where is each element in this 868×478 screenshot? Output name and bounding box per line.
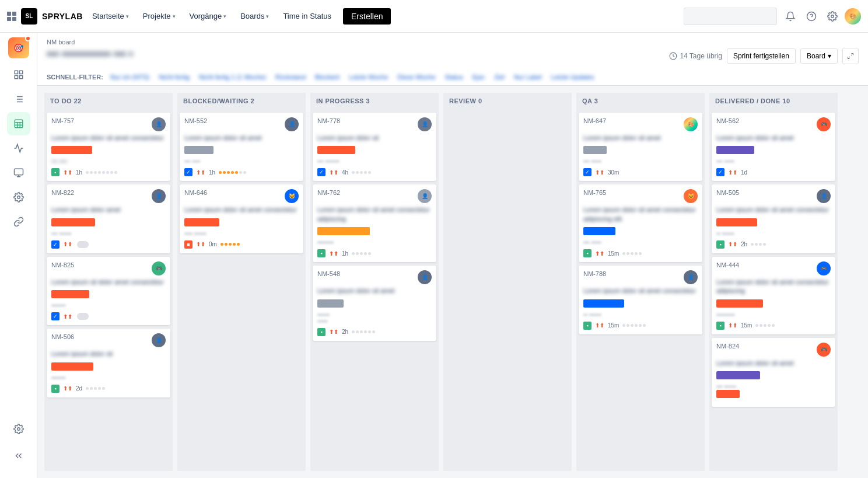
sidebar-item-collapse[interactable] (7, 444, 30, 467)
card-toggle[interactable] (77, 241, 89, 248)
filter-chip-8[interactable]: Epic (470, 72, 487, 82)
card-nm825[interactable]: NM-825 🎮 Lorem ipsum sit dolor amet cons… (47, 257, 170, 325)
nav-projekte[interactable]: Projekte ▾ (138, 8, 180, 24)
avatar: 🎮 (817, 117, 831, 131)
card-nm822[interactable]: NM-822 👤 Lorem ipsum dolor amet ••• ••••… (47, 184, 170, 253)
card-footer: ✓ ⬆⬆ 1h (184, 168, 299, 176)
card-id: NM-505 (716, 189, 739, 196)
sidebar-item-deploy[interactable] (7, 137, 30, 160)
check-icon: ✓ (583, 168, 592, 176)
chevron-down-icon: ▾ (173, 13, 176, 19)
logo-mark[interactable]: SL (21, 8, 37, 25)
card-tag (51, 218, 95, 226)
card-nm562[interactable]: NM-562 🎮 Lorem ipsum dolor sit amet ••• … (712, 113, 835, 181)
column-header-blocked: BLOCKED/WAITING 2 (177, 93, 306, 110)
card-nm788[interactable]: NM-788 👤 Lorem ipsum dolor sit amet cons… (579, 266, 702, 334)
expand-button[interactable] (842, 48, 859, 64)
card-nm824[interactable]: NM-824 🎮 Lorem ipsum dolor sit amet ••• … (712, 338, 835, 407)
nav-boards[interactable]: Boards ▾ (236, 8, 274, 24)
sidebar-item-monitor[interactable] (7, 161, 30, 184)
filter-chip-10[interactable]: Nur Label (512, 72, 544, 82)
card-footer: ■ ⬆⬆ 0m (184, 240, 299, 249)
card-nm646[interactable]: NM-646 🐱 Lorem ipsum dolor sit amet cons… (180, 184, 303, 253)
search-input[interactable] (684, 8, 777, 25)
card-nm762[interactable]: NM-762 👤 Lorem ipsum dolor sit amet cons… (313, 184, 436, 262)
filter-chip-11[interactable]: Letzte Updates (549, 72, 597, 82)
nav-vorgaenge[interactable]: Vorgänge ▾ (185, 8, 232, 24)
board-columns: TO DO 22 NM-757 👤 Lorem ipsum dolor sit … (37, 86, 868, 478)
card-tag (51, 362, 93, 371)
card-nm765[interactable]: NM-765 🐱 Lorem ipsum dolor sit amet cons… (579, 184, 702, 262)
filter-chip-9[interactable]: Ziel (492, 72, 507, 82)
filter-chip-3[interactable]: Rückstand (273, 72, 308, 82)
card-nm778[interactable]: NM-778 👤 Lorem ipsum dolor sit ••• •••••… (313, 113, 436, 181)
sidebar-item-board[interactable] (7, 112, 30, 135)
sprint-info: 14 Tage übrig (669, 52, 722, 60)
card-nm548[interactable]: NM-548 👤 Lorem ipsum dolor sit amet ••••… (313, 266, 436, 340)
project-avatar[interactable]: 🎯 (8, 37, 29, 58)
filter-chip-5[interactable]: Letzte Woche (346, 72, 390, 82)
sidebar-item-links[interactable] (7, 210, 30, 233)
sidebar-item-settings-bottom[interactable] (7, 417, 30, 441)
sprint-dots (86, 171, 166, 174)
user-avatar[interactable]: 🎨 (845, 8, 861, 25)
card-nm444[interactable]: NM-444 🎮 Lorem ipsum dolor sit amet cons… (712, 257, 835, 334)
bug-icon: ■ (184, 240, 192, 249)
create-button[interactable]: Erstellen (343, 8, 391, 25)
check-icon: ✓ (184, 168, 192, 176)
filter-chip-2[interactable]: Nicht fertig 1 (1 Woche) (197, 72, 268, 82)
card-time: 2h (342, 329, 348, 335)
card-nm552[interactable]: NM-552 👤 Lorem ipsum dolor sit amet ••• … (180, 113, 303, 181)
nav-startseite[interactable]: Startseite ▾ (88, 8, 134, 24)
column-header-review: REVIEW 0 (443, 93, 572, 110)
filter-chip-1[interactable]: Nicht fertig (156, 72, 192, 82)
story-icon: ▪ (51, 385, 60, 393)
card-nm505[interactable]: NM-505 👤 Lorem ipsum dolor sit amet cons… (712, 184, 835, 253)
card-toggle[interactable] (77, 313, 89, 320)
card-tag (317, 227, 370, 235)
filter-chip-0[interactable]: Nur ich (NTS) (108, 72, 152, 82)
app-grid-icon[interactable] (7, 12, 16, 21)
filter-chip-6[interactable]: Diese Woche (395, 72, 438, 82)
column-header-inprogress: IN PROGRESS 3 (310, 93, 439, 110)
card-footer: ▪ ⬆⬆ 15m (716, 322, 831, 330)
card-tag (51, 290, 89, 298)
notifications-icon[interactable] (782, 8, 799, 25)
sidebar-item-backlog[interactable] (7, 88, 30, 111)
chevron-down-icon: ▾ (266, 13, 269, 19)
filter-chip-4[interactable]: Blockiert (313, 72, 342, 82)
board-actions: 14 Tage übrig Sprint fertigstellen Board… (669, 48, 859, 64)
avatar: 🎮 (817, 261, 831, 275)
avatar: 👤 (684, 270, 698, 284)
sidebar-item-settings[interactable] (7, 186, 30, 209)
column-inprogress: IN PROGRESS 3 NM-778 👤 Lorem ipsum dolor… (310, 93, 439, 471)
nav-time-in-status[interactable]: Time in Status (278, 8, 336, 24)
sprint-finish-button[interactable]: Sprint fertigstellen (727, 48, 796, 64)
card-time: 1h (76, 169, 82, 176)
help-icon[interactable] (803, 8, 820, 25)
card-nm506[interactable]: NM-506 👤 Lorem ipsum dolor sit ••••••• ▪… (47, 329, 170, 397)
svg-line-24 (851, 54, 853, 56)
card-nm757[interactable]: NM-757 👤 Lorem ipsum dolor sit amet cons… (47, 113, 170, 181)
brand-name: SPRYLAB (42, 12, 83, 21)
card-id: NM-765 (583, 189, 606, 196)
board-view-button[interactable]: Board ▾ (800, 48, 838, 64)
card-time: 1d (741, 169, 747, 176)
priority-icon: ⬆⬆ (63, 241, 72, 247)
sprint-dots (751, 243, 831, 246)
sidebar-item-board-overview[interactable] (7, 63, 30, 86)
filter-chip-7[interactable]: Status (443, 72, 466, 82)
story-icon: ▪ (317, 249, 326, 257)
column-header-qa: QA 3 (576, 93, 705, 110)
priority-icon: ⬆⬆ (63, 385, 72, 392)
story-icon: ▪ (716, 322, 724, 330)
column-body-blocked: NM-552 👤 Lorem ipsum dolor sit amet ••• … (177, 110, 306, 471)
card-id: NM-646 (184, 189, 207, 196)
card-time: 2d (76, 385, 82, 392)
card-tag (583, 299, 624, 308)
card-nm647[interactable]: NM-647 🎨 Lorem ipsum dolor sit amet ••• … (579, 113, 702, 181)
settings-icon[interactable] (824, 8, 841, 25)
avatar: 👤 (817, 189, 831, 203)
avatar: 👤 (152, 333, 166, 347)
card-tag (716, 299, 763, 308)
